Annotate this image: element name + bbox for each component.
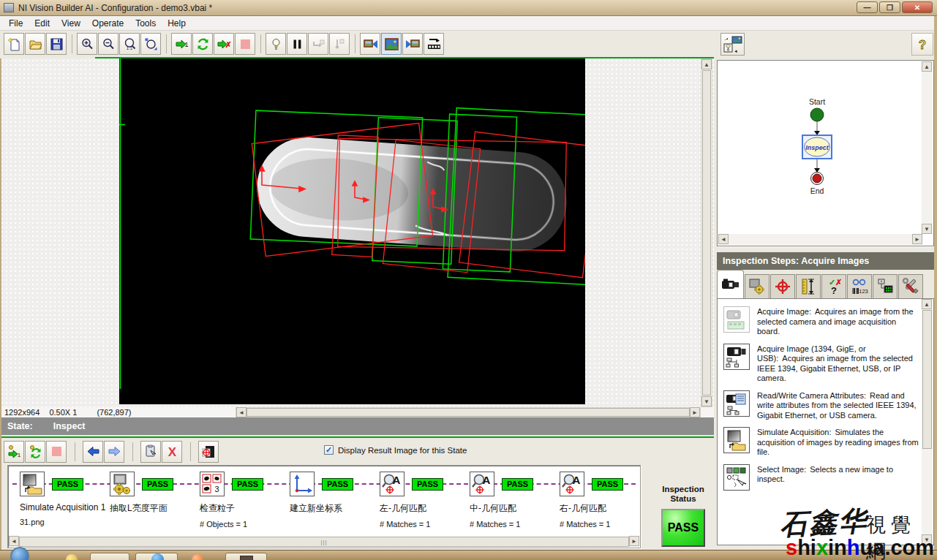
- step-extract-plane[interactable]: PASS 抽取L亮度平面: [110, 471, 200, 529]
- tab-check-for-presence[interactable]: ✓✗?: [821, 274, 846, 298]
- state-diagram-panel[interactable]: Start Inspect End ▲ ▼ ◄ ►: [717, 60, 934, 246]
- step-status-badge: PASS: [142, 478, 173, 491]
- step-simulate-acquisition[interactable]: PASS Simulate Acquisition 1 31.png: [20, 471, 110, 529]
- zoom-in-button[interactable]: [77, 33, 97, 55]
- menu-tools[interactable]: Tools: [129, 17, 162, 30]
- diagram-vertical-scrollbar[interactable]: ▲ ▼: [922, 61, 933, 234]
- zoom-to-fit-button[interactable]: [140, 33, 161, 55]
- open-button[interactable]: [25, 33, 45, 55]
- step-match-center[interactable]: A PASS 中-几何匹配 # Matches = 1: [470, 471, 560, 529]
- image-sequence-button[interactable]: [424, 33, 444, 55]
- tab-acquire-images[interactable]: [717, 270, 744, 298]
- tab-measure-features[interactable]: [796, 274, 821, 298]
- step-new-coordinate-system[interactable]: PASS 建立新坐标系: [290, 471, 380, 529]
- tab-identify-parts[interactable]: 123: [847, 274, 872, 298]
- simulate-acquisition-icon[interactable]: [20, 472, 45, 496]
- save-button[interactable]: [46, 33, 67, 55]
- run-state-continuously-button[interactable]: [25, 441, 45, 463]
- run-abort-button[interactable]: ✗: [214, 33, 234, 55]
- image-vertical-scrollbar[interactable]: ▲ ▼: [701, 58, 712, 407]
- zoom-1-1-button[interactable]: 1:1: [119, 33, 140, 55]
- delete-step-button[interactable]: X: [162, 441, 182, 463]
- scroll-thumb[interactable]: [702, 70, 711, 396]
- step-match-left[interactable]: A PASS 左-几何匹配 # Matches = 1: [380, 471, 470, 529]
- end-node[interactable]: [813, 174, 821, 183]
- show-roi-button[interactable]: [198, 441, 219, 463]
- scroll-up-arrow[interactable]: ▲: [701, 59, 712, 69]
- scroll-down-arrow[interactable]: ▼: [922, 224, 932, 234]
- tab-locate-features[interactable]: [770, 274, 795, 298]
- inspection-image-canvas[interactable]: [119, 58, 585, 404]
- scroll-up-arrow[interactable]: ▲: [922, 299, 932, 309]
- taskbar-icon-dark[interactable]: [240, 556, 253, 560]
- scroll-thumb[interactable]: |||: [19, 537, 629, 547]
- scroll-left-arrow[interactable]: ◄: [9, 536, 19, 546]
- coordinate-system-icon[interactable]: [290, 472, 315, 496]
- minimize-button[interactable]: —: [857, 1, 878, 13]
- toggle-view-button[interactable]: [720, 33, 745, 56]
- scroll-down-arrow[interactable]: ▼: [701, 396, 712, 406]
- scroll-right-arrow[interactable]: ►: [912, 234, 922, 244]
- previous-image-button[interactable]: [360, 33, 380, 55]
- run-inspection-continuously-button[interactable]: [192, 33, 213, 55]
- scroll-thumb[interactable]: [922, 310, 932, 449]
- menu-operate[interactable]: Operate: [86, 17, 129, 30]
- scroll-up-arrow[interactable]: ▲: [922, 61, 932, 72]
- highlight-features-button[interactable]: [266, 33, 286, 55]
- list-item-acquire-image[interactable]: Acquire Image:Acquires an image from the…: [723, 306, 919, 337]
- step-status-badge: PASS: [232, 478, 263, 491]
- restore-button[interactable]: ❐: [879, 1, 900, 13]
- diagram-horizontal-scrollbar[interactable]: ◄ ►: [718, 234, 922, 245]
- scroll-right-arrow[interactable]: ►: [629, 536, 639, 546]
- extract-plane-icon[interactable]: [110, 472, 135, 496]
- edit-step-button[interactable]: [140, 441, 161, 463]
- scroll-right-arrow[interactable]: ►: [690, 407, 700, 417]
- list-item-rw-camera-attributes[interactable]: Read/Write Camera Attributes:Read and wr…: [723, 390, 919, 421]
- image-horizontal-scrollbar[interactable]: ◄ ►: [236, 407, 701, 417]
- run-state-once-button[interactable]: 1: [4, 441, 24, 463]
- scroll-left-arrow[interactable]: ◄: [236, 407, 247, 417]
- menu-view[interactable]: View: [56, 17, 86, 30]
- scroll-thumb[interactable]: [247, 408, 690, 417]
- list-item-acquire-image-1394[interactable]: Acquire Image (1394, GigE, or USB):Acqui…: [723, 344, 919, 384]
- help-button[interactable]: ?: [911, 33, 933, 56]
- pause-button[interactable]: [287, 33, 307, 55]
- start-node[interactable]: [810, 108, 824, 121]
- geometric-matching-icon[interactable]: A: [470, 472, 494, 496]
- go-back-button[interactable]: [83, 441, 103, 463]
- geometric-matching-icon[interactable]: A: [380, 472, 404, 496]
- step-over-button[interactable]: [308, 33, 328, 55]
- windows-taskbar[interactable]: [0, 550, 937, 560]
- list-vertical-scrollbar[interactable]: ▲ ▼: [922, 299, 933, 545]
- geometric-matching-icon[interactable]: A: [560, 472, 584, 496]
- next-image-button[interactable]: [402, 33, 423, 55]
- particle-analysis-icon[interactable]: 3: [200, 472, 225, 496]
- display-result-checkbox[interactable]: ✓: [324, 445, 334, 455]
- tab-communicate[interactable]: [873, 274, 898, 298]
- tab-enhance-images[interactable]: [745, 274, 769, 298]
- step-match-right[interactable]: A PASS 右-几何匹配 # Matches = 1: [560, 471, 650, 529]
- taskbar-icon-yellow[interactable]: [66, 554, 78, 560]
- start-orb[interactable]: [10, 547, 29, 560]
- menu-edit[interactable]: Edit: [29, 17, 56, 30]
- close-button[interactable]: ✕: [902, 1, 933, 13]
- stop-button[interactable]: [235, 33, 255, 55]
- taskbar-button-1[interactable]: [90, 553, 129, 560]
- stop-state-button[interactable]: [46, 441, 67, 463]
- show-image-button[interactable]: [381, 33, 402, 55]
- new-script-button[interactable]: [4, 33, 24, 55]
- strip-horizontal-scrollbar[interactable]: ◄ ||| ►: [9, 537, 639, 547]
- list-item-select-image[interactable]: Select Image:Selects a new image to insp…: [723, 464, 919, 491]
- zoom-out-button[interactable]: [98, 33, 118, 55]
- run-inspection-once-button[interactable]: 1: [171, 33, 192, 55]
- go-forward-button[interactable]: [104, 441, 124, 463]
- step-check-particles[interactable]: 3 PASS 检查粒子 # Objects = 1: [200, 471, 290, 529]
- step-into-button[interactable]: [329, 33, 350, 55]
- taskbar-icon-orange[interactable]: [192, 554, 203, 560]
- scroll-left-arrow[interactable]: ◄: [718, 234, 729, 244]
- list-item-simulate-acquisition[interactable]: Simulate Acquisition:Simulates the acqui…: [723, 427, 919, 458]
- scroll-down-arrow[interactable]: ▼: [922, 534, 932, 545]
- tab-use-additional-tools[interactable]: [898, 274, 923, 298]
- menu-file[interactable]: File: [3, 17, 29, 30]
- menu-help[interactable]: Help: [162, 17, 192, 30]
